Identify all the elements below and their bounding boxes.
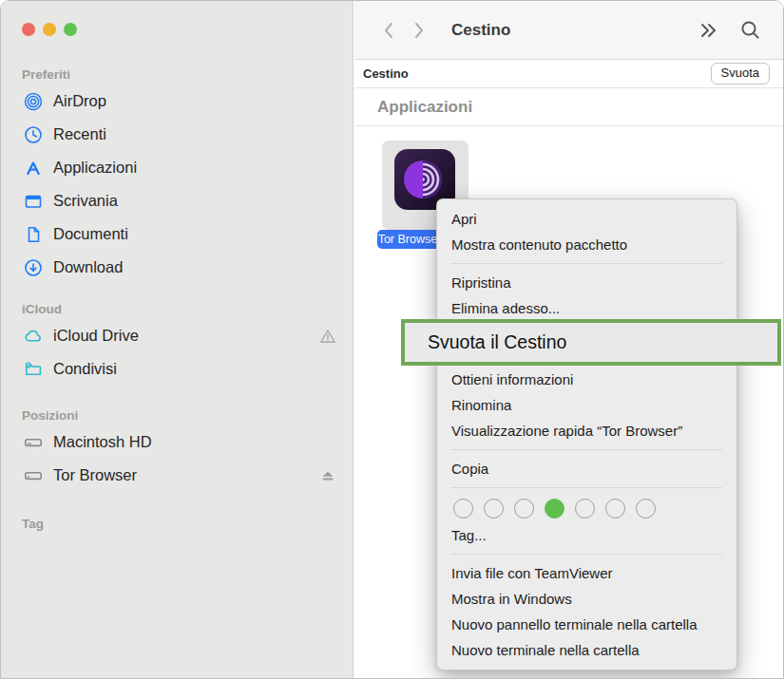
group-header-label: Applicazioni (377, 98, 472, 117)
menu-item-elimina-adesso[interactable]: Elimina adesso... (437, 295, 736, 321)
sidebar-item-label: iCloud Drive (53, 327, 139, 345)
finder-window: Preferiti AirDrop Recenti (0, 0, 784, 679)
zoom-window-button[interactable] (64, 23, 77, 36)
forward-button[interactable] (413, 21, 425, 40)
menu-item-tag[interactable]: Tag... (437, 522, 736, 548)
search-icon[interactable] (740, 20, 760, 40)
tag-circle[interactable] (514, 499, 534, 519)
sidebar-item-icloud-drive[interactable]: iCloud Drive (22, 319, 353, 352)
sidebar-item-label: Scrivania (53, 192, 118, 210)
menu-item-ripristina[interactable]: Ripristina (437, 270, 736, 295)
traffic-lights (22, 23, 77, 36)
sidebar-item-label: Recenti (53, 125, 106, 143)
close-window-button[interactable] (22, 23, 35, 36)
menu-separator (451, 554, 722, 555)
menu-item-rinomina[interactable]: Rinomina (437, 392, 736, 418)
status-bar: Cestino Svuota (354, 60, 783, 88)
desktop-icon (22, 192, 45, 211)
app-store-icon (22, 159, 45, 178)
tag-circle[interactable] (605, 499, 625, 519)
download-icon (22, 258, 45, 277)
tag-colors-row (437, 494, 736, 522)
warning-icon[interactable] (318, 327, 337, 346)
toolbar: Cestino (354, 1, 783, 60)
menu-separator (451, 487, 722, 488)
sidebar-item-scrivania[interactable]: Scrivania (22, 184, 353, 217)
menu-separator (451, 449, 722, 450)
menu-item-copia[interactable]: Copia (437, 456, 736, 481)
menu-separator (451, 263, 722, 264)
menu-item-svuota-il-cestino-highlighted[interactable]: Svuota il Cestino (401, 319, 781, 366)
window-title: Cestino (451, 21, 510, 40)
menu-item-invia-teamviewer[interactable]: Invia file con TeamViewer (437, 560, 736, 586)
empty-trash-button[interactable]: Svuota (711, 63, 770, 85)
sidebar-item-download[interactable]: Download (22, 251, 353, 284)
cloud-icon (22, 327, 45, 346)
sidebar-item-recenti[interactable]: Recenti (22, 118, 353, 151)
sidebar-section-tag: Tag (22, 513, 353, 534)
menu-item-apri[interactable]: Apri (437, 206, 736, 232)
sidebar-item-label: Documenti (53, 225, 128, 243)
sidebar-item-label: Condivisi (53, 360, 117, 378)
sidebar-item-condivisi[interactable]: Condivisi (22, 352, 353, 386)
sidebar-item-label: Applicazioni (53, 159, 137, 177)
menu-item-nuovo-pannello-terminale[interactable]: Nuovo pannello terminale nella cartella (437, 612, 736, 637)
menu-item-nuovo-terminale[interactable]: Nuovo terminale nella cartella (437, 637, 736, 663)
sidebar-item-label: Tor Browser (53, 466, 137, 484)
shared-folder-icon (22, 360, 45, 379)
sidebar-section-posizioni: Posizioni (22, 405, 353, 425)
tag-circle[interactable] (575, 499, 595, 519)
sidebar-section-icloud: iCloud (22, 298, 353, 319)
sidebar-item-macintosh-hd[interactable]: Macintosh HD (22, 425, 353, 459)
document-icon (22, 225, 45, 244)
eject-icon[interactable] (318, 466, 337, 485)
menu-item-mostra-contenuto[interactable]: Mostra contenuto pacchetto (437, 232, 736, 257)
sidebar-item-tor-browser-volume[interactable]: Tor Browser (22, 459, 353, 492)
context-menu: Apri Mostra contenuto pacchetto Ripristi… (436, 198, 737, 670)
selected-file-name[interactable]: Tor Browser (377, 230, 442, 249)
sidebar-item-applicazioni[interactable]: Applicazioni (22, 151, 353, 184)
main-area: Cestino Cestino Svuota Applicazioni (354, 1, 783, 678)
sidebar-item-label: Download (53, 258, 123, 276)
menu-item-mostra-in-windows[interactable]: Mostra in Windows (437, 586, 736, 612)
sidebar-item-airdrop[interactable]: AirDrop (22, 85, 353, 118)
clock-icon (22, 125, 45, 144)
tag-circle[interactable] (636, 499, 656, 519)
airdrop-icon (22, 92, 45, 111)
menu-item-visualizzazione-rapida[interactable]: Visualizzazione rapida “Tor Browser” (437, 418, 736, 443)
tag-circle-selected[interactable] (545, 499, 564, 519)
internal-drive-icon (22, 433, 45, 452)
menu-item-ottieni-informazioni[interactable]: Ottieni informazioni (437, 367, 736, 392)
sidebar: Preferiti AirDrop Recenti (1, 1, 354, 678)
sidebar-item-label: Macintosh HD (53, 433, 152, 451)
minimize-window-button[interactable] (43, 23, 56, 36)
sidebar-item-label: AirDrop (53, 92, 106, 110)
tag-circle[interactable] (484, 499, 504, 519)
more-toolbar-items-icon[interactable] (699, 21, 717, 40)
sidebar-item-documenti[interactable]: Documenti (22, 217, 353, 251)
sidebar-section-preferiti: Preferiti (22, 64, 353, 85)
back-button[interactable] (383, 21, 394, 40)
group-header: Applicazioni (354, 88, 783, 126)
location-label: Cestino (363, 66, 409, 81)
sidebar-sections: Preferiti AirDrop Recenti (1, 64, 353, 534)
tag-circle[interactable] (453, 499, 473, 519)
external-drive-icon (22, 466, 45, 485)
